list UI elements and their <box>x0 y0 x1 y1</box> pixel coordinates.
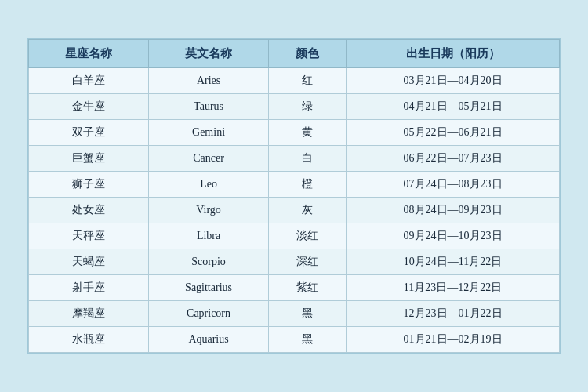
cell-chinese-name: 水瓶座 <box>29 327 149 353</box>
cell-dates: 12月23日—01月22日 <box>347 301 560 327</box>
cell-dates: 08月24日—09月23日 <box>347 198 560 223</box>
cell-english-name: Cancer <box>149 146 269 172</box>
table-body: 白羊座Aries红03月21日—04月20日金牛座Taurus绿04月21日—0… <box>29 68 560 353</box>
cell-chinese-name: 天蝎座 <box>29 249 149 275</box>
cell-color: 白 <box>269 146 347 172</box>
cell-dates: 11月23日—12月22日 <box>347 275 560 301</box>
cell-color: 淡红 <box>269 223 347 249</box>
zodiac-table: 星座名称 英文名称 颜色 出生日期（阳历） 白羊座Aries红03月21日—04… <box>28 39 560 353</box>
cell-color: 橙 <box>269 172 347 198</box>
cell-color: 黄 <box>269 120 347 146</box>
cell-english-name: Taurus <box>149 94 269 120</box>
cell-color: 灰 <box>269 198 347 223</box>
table-row: 天蝎座Scorpio深红10月24日—11月22日 <box>29 249 560 275</box>
cell-chinese-name: 金牛座 <box>29 94 149 120</box>
header-color: 颜色 <box>269 40 347 68</box>
cell-english-name: Gemini <box>149 120 269 146</box>
table-row: 狮子座Leo橙07月24日—08月23日 <box>29 172 560 198</box>
cell-chinese-name: 白羊座 <box>29 68 149 94</box>
cell-english-name: Aquarius <box>149 327 269 353</box>
table-header-row: 星座名称 英文名称 颜色 出生日期（阳历） <box>29 40 560 68</box>
table-row: 双子座Gemini黄05月22日—06月21日 <box>29 120 560 146</box>
cell-english-name: Libra <box>149 223 269 249</box>
cell-color: 红 <box>269 68 347 94</box>
cell-english-name: Scorpio <box>149 249 269 275</box>
cell-dates: 07月24日—08月23日 <box>347 172 560 198</box>
cell-dates: 06月22日—07月23日 <box>347 146 560 172</box>
table-row: 水瓶座Aquarius黑01月21日—02月19日 <box>29 327 560 353</box>
table-row: 射手座Sagittarius紫红11月23日—12月22日 <box>29 275 560 301</box>
cell-dates: 01月21日—02月19日 <box>347 327 560 353</box>
cell-color: 深红 <box>269 249 347 275</box>
cell-english-name: Virgo <box>149 198 269 223</box>
table-row: 天秤座Libra淡红09月24日—10月23日 <box>29 223 560 249</box>
cell-english-name: Aries <box>149 68 269 94</box>
cell-dates: 10月24日—11月22日 <box>347 249 560 275</box>
cell-color: 黑 <box>269 327 347 353</box>
cell-dates: 03月21日—04月20日 <box>347 68 560 94</box>
header-chinese-name: 星座名称 <box>29 40 149 68</box>
table-row: 摩羯座Capricorn黑12月23日—01月22日 <box>29 301 560 327</box>
cell-dates: 04月21日—05月21日 <box>347 94 560 120</box>
cell-chinese-name: 双子座 <box>29 120 149 146</box>
table-row: 处女座Virgo灰08月24日—09月23日 <box>29 198 560 223</box>
cell-color: 黑 <box>269 301 347 327</box>
zodiac-table-container: 星座名称 英文名称 颜色 出生日期（阳历） 白羊座Aries红03月21日—04… <box>27 38 561 354</box>
header-dates: 出生日期（阳历） <box>347 40 560 68</box>
table-row: 金牛座Taurus绿04月21日—05月21日 <box>29 94 560 120</box>
cell-english-name: Sagittarius <box>149 275 269 301</box>
cell-color: 绿 <box>269 94 347 120</box>
cell-chinese-name: 射手座 <box>29 275 149 301</box>
table-row: 巨蟹座Cancer白06月22日—07月23日 <box>29 146 560 172</box>
cell-chinese-name: 天秤座 <box>29 223 149 249</box>
table-row: 白羊座Aries红03月21日—04月20日 <box>29 68 560 94</box>
cell-dates: 09月24日—10月23日 <box>347 223 560 249</box>
cell-chinese-name: 狮子座 <box>29 172 149 198</box>
cell-chinese-name: 巨蟹座 <box>29 146 149 172</box>
cell-english-name: Leo <box>149 172 269 198</box>
cell-color: 紫红 <box>269 275 347 301</box>
cell-dates: 05月22日—06月21日 <box>347 120 560 146</box>
cell-english-name: Capricorn <box>149 301 269 327</box>
cell-chinese-name: 摩羯座 <box>29 301 149 327</box>
header-english-name: 英文名称 <box>149 40 269 68</box>
cell-chinese-name: 处女座 <box>29 198 149 223</box>
